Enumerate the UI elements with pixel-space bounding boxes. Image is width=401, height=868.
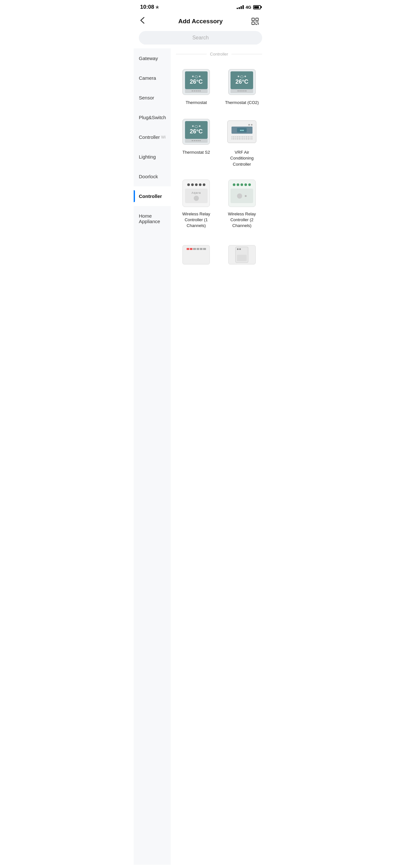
product-image-vrf: ■■■: [227, 117, 256, 146]
network-type: 4G: [246, 5, 251, 10]
sidebar-item-plug-switch[interactable]: Plug&Switch: [134, 107, 171, 127]
product-name-relay1: Wireless Relay Controller (1 Channels): [177, 211, 215, 229]
status-time: 10:08: [140, 4, 159, 10]
sidebar-item-sensor[interactable]: Sensor: [134, 88, 171, 107]
svg-rect-0: [252, 18, 254, 21]
sidebar: Gateway Camera Sensor Plug&Switch Contro…: [134, 49, 171, 865]
section-line-left: [176, 54, 207, 54]
signal-icon: [237, 5, 244, 9]
product-image-relay2: [227, 179, 256, 208]
product-name-thermostat-co2: Thermostat (CO2): [225, 100, 259, 105]
product-thermostat[interactable]: 26°C Thermostat: [175, 62, 218, 110]
status-bar: 10:08 4G: [134, 0, 267, 13]
svg-rect-2: [252, 22, 254, 25]
products-grid-partial: [171, 235, 267, 279]
section-header: Controller: [171, 49, 267, 60]
status-icons: 4G: [237, 5, 261, 10]
content-area: Controller 26°C: [171, 49, 267, 865]
products-grid: 26°C Thermostat: [171, 60, 267, 235]
product-thermostat-co2[interactable]: 26°C Thermostat (CO2): [220, 62, 264, 110]
sidebar-item-lighting[interactable]: Lighting: [134, 147, 171, 166]
back-button[interactable]: [140, 17, 152, 26]
product-image-thermostat-co2: 26°C: [227, 67, 256, 97]
product-image-thermostat: 26°C: [182, 67, 211, 97]
product-image-partial-left: [182, 240, 211, 269]
product-name-vrf: VRF Air Conditioning Controller: [223, 150, 261, 167]
product-partial-right[interactable]: [220, 235, 264, 276]
product-vrf-ac[interactable]: ■■■: [220, 112, 264, 171]
header: Add Accessory: [134, 13, 267, 31]
product-partial-left[interactable]: [175, 235, 218, 276]
product-name-thermostat-s2: Thermostat S2: [182, 150, 210, 155]
sidebar-item-doorlock[interactable]: Doorlock: [134, 166, 171, 186]
home-indicator: [134, 865, 267, 868]
product-image-relay1: Aqara: [182, 179, 211, 208]
product-relay-2ch[interactable]: Wireless Relay Controller (2 Channels): [220, 174, 264, 233]
product-name-thermostat: Thermostat: [186, 100, 207, 105]
product-thermostat-s2[interactable]: 26°C Thermostat S2: [175, 112, 218, 171]
page-title: Add Accessory: [178, 18, 223, 25]
svg-rect-1: [256, 18, 258, 21]
main-layout: Gateway Camera Sensor Plug&Switch Contro…: [134, 49, 267, 865]
sidebar-item-controller-sub[interactable]: Controller Wi: [134, 127, 171, 147]
product-image-partial-right: [227, 240, 256, 269]
product-image-thermostat-s2: 26°C: [182, 117, 211, 146]
section-title: Controller: [210, 52, 228, 57]
product-name-relay2: Wireless Relay Controller (2 Channels): [223, 211, 261, 229]
product-relay-1ch[interactable]: Aqara Wireless Relay Controller (1 Chann…: [175, 174, 218, 233]
search-input[interactable]: [145, 35, 256, 41]
sidebar-item-camera[interactable]: Camera: [134, 68, 171, 88]
scan-button[interactable]: [249, 16, 261, 27]
search-bar[interactable]: [139, 31, 262, 44]
section-line-right: [232, 54, 262, 54]
search-container: [134, 31, 267, 49]
location-icon: [155, 5, 159, 9]
battery-icon: [253, 5, 261, 9]
sidebar-item-controller[interactable]: Controller: [134, 186, 171, 206]
sidebar-item-home-appliance[interactable]: Home Appliance: [134, 206, 171, 231]
sidebar-item-gateway[interactable]: Gateway: [134, 49, 171, 68]
